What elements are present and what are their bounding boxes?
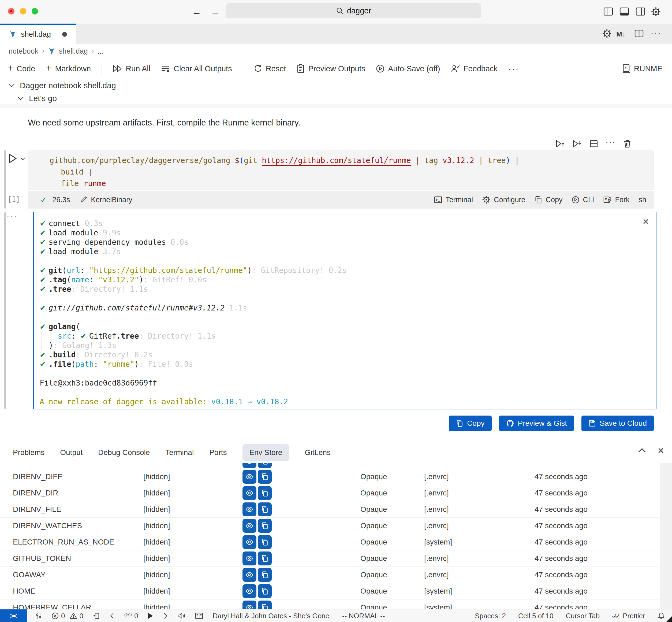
- feedback-button[interactable]: Feedback: [451, 64, 497, 73]
- navigate-back-icon[interactable]: [109, 612, 115, 619]
- output-collapse-icon[interactable]: ···: [6, 211, 18, 221]
- tab-shell-dag[interactable]: shell.dag: [0, 24, 76, 44]
- execute-above-icon[interactable]: [555, 139, 565, 148]
- panel-tab-output[interactable]: Output: [60, 448, 82, 457]
- settings-gear-icon[interactable]: [651, 7, 661, 16]
- reveal-value-button[interactable]: [242, 486, 256, 500]
- split-cell-icon[interactable]: [589, 139, 598, 148]
- markdown-preview-icon[interactable]: M↓: [616, 30, 626, 38]
- problems-errors[interactable]: 0 0: [51, 612, 83, 620]
- reveal-value-button[interactable]: [242, 535, 256, 549]
- reveal-value-button[interactable]: [242, 470, 256, 484]
- close-output-icon[interactable]: ×: [643, 216, 649, 227]
- table-scrollbar[interactable]: [660, 463, 672, 609]
- now-playing-track[interactable]: Daryl Hall & John Oates - She's Gone: [213, 612, 329, 620]
- preview-outputs-button[interactable]: Preview Outputs: [297, 64, 365, 73]
- copy-output-button[interactable]: Copy: [449, 416, 491, 431]
- cell-position[interactable]: Cell 5 of 10: [518, 612, 554, 620]
- toggle-primary-sidebar-icon[interactable]: [603, 7, 613, 16]
- clear-all-outputs-button[interactable]: Clear All Outputs: [161, 64, 232, 73]
- split-editor-icon[interactable]: [634, 29, 644, 38]
- panel-tab-debug-console[interactable]: Debug Console: [98, 448, 150, 457]
- navigate-forward-icon[interactable]: [163, 612, 169, 619]
- remote-indicator[interactable]: ><: [0, 610, 27, 622]
- copy-value-button[interactable]: [258, 535, 272, 549]
- panel-tab-gitlens[interactable]: GitLens: [305, 448, 331, 457]
- autosave-toggle-button[interactable]: Auto-Save (off): [376, 64, 440, 73]
- copy-value-button[interactable]: [258, 463, 272, 468]
- save-to-cloud-button[interactable]: Save to Cloud: [582, 416, 654, 431]
- forward-icon[interactable]: →: [211, 0, 220, 24]
- output-line: ✔ git(url: "https://github.com/stateful/…: [40, 266, 656, 275]
- copy-value-button[interactable]: [258, 568, 272, 582]
- play-track-icon[interactable]: [147, 612, 153, 619]
- panel-tab-terminal[interactable]: Terminal: [165, 448, 194, 457]
- indentation-setting[interactable]: Spaces: 2: [475, 612, 506, 620]
- toolbar-more-actions[interactable]: ···: [508, 64, 519, 74]
- modified-dot-icon[interactable]: [62, 32, 67, 37]
- editor-more-actions-icon[interactable]: ···: [650, 28, 661, 38]
- back-icon[interactable]: ←: [192, 0, 201, 24]
- reveal-value-button[interactable]: [242, 519, 256, 533]
- run-cell-button[interactable]: [7, 153, 18, 164]
- copy-value-button[interactable]: [258, 519, 272, 533]
- configure-button[interactable]: Configure: [482, 196, 525, 204]
- vim-mode[interactable]: -- NORMAL --: [342, 612, 385, 620]
- terminal-button[interactable]: Terminal: [434, 196, 473, 204]
- zoom-window-button[interactable]: [32, 8, 38, 14]
- toggle-panel-icon[interactable]: [620, 7, 629, 16]
- reveal-value-button[interactable]: [242, 463, 256, 468]
- forwarded-ports[interactable]: 0: [124, 612, 138, 620]
- panel-maximize-chevron-icon[interactable]: [637, 447, 646, 454]
- breadcrumb-cell[interactable]: ...: [98, 47, 104, 56]
- run-options-chevron-icon[interactable]: [20, 157, 26, 161]
- copy-cell-button[interactable]: Copy: [534, 196, 562, 204]
- add-code-cell-button[interactable]: +Code: [7, 64, 35, 73]
- reveal-value-button[interactable]: [242, 568, 256, 582]
- notifications-bell-icon[interactable]: [658, 612, 665, 620]
- cell-more-actions-icon[interactable]: ···: [605, 137, 616, 147]
- copy-value-button[interactable]: [258, 503, 272, 516]
- run-all-button[interactable]: Run All: [113, 64, 150, 73]
- breadcrumb-folder[interactable]: notebook: [8, 47, 38, 56]
- subsection-header[interactable]: Let's go: [0, 92, 672, 105]
- breadcrumb-file[interactable]: shell.dag: [59, 47, 88, 56]
- add-markdown-cell-button[interactable]: +Markdown: [46, 64, 91, 73]
- panel-close-icon[interactable]: ×: [658, 447, 664, 454]
- cursor-tab-setting[interactable]: Cursor Tab: [566, 612, 600, 620]
- close-window-button[interactable]: [8, 8, 14, 14]
- cli-button[interactable]: CLI: [571, 196, 594, 204]
- cell-name-button[interactable]: KernelBinary: [80, 196, 133, 204]
- copy-value-button[interactable]: [258, 600, 272, 609]
- reveal-value-button[interactable]: [242, 503, 256, 516]
- tweaks-icon[interactable]: [35, 612, 42, 620]
- command-center-search[interactable]: dagger: [226, 3, 481, 18]
- preview-gist-button[interactable]: Preview & Gist: [499, 416, 574, 431]
- runme-button[interactable]: RUNME: [622, 64, 662, 73]
- code-cell[interactable]: github.com/purpleclay/daggerverse/golang…: [28, 150, 654, 190]
- volume-icon[interactable]: [178, 612, 186, 620]
- panel-tab-env-store[interactable]: Env Store: [242, 444, 289, 461]
- reset-button[interactable]: Reset: [254, 64, 286, 73]
- delete-cell-icon[interactable]: [623, 139, 632, 148]
- panel-tab-problems[interactable]: Problems: [13, 448, 44, 457]
- cell-language[interactable]: sh: [638, 196, 646, 204]
- panel-tab-ports[interactable]: Ports: [209, 448, 227, 457]
- copy-value-button[interactable]: [258, 552, 272, 565]
- copy-value-button[interactable]: [258, 486, 272, 500]
- env-age: 47 seconds ago: [534, 571, 588, 579]
- toggle-secondary-sidebar-icon[interactable]: [636, 7, 645, 16]
- execute-below-icon[interactable]: [572, 139, 582, 148]
- reveal-value-button[interactable]: [242, 552, 256, 565]
- exit-session-icon[interactable]: [92, 612, 100, 620]
- copy-value-button[interactable]: [258, 470, 272, 484]
- copy-value-button[interactable]: [258, 584, 272, 598]
- prettier-status[interactable]: Prettier: [612, 612, 645, 620]
- reader-icon[interactable]: [195, 612, 203, 620]
- reveal-value-button[interactable]: [242, 600, 256, 609]
- notebook-settings-gear-icon[interactable]: [602, 29, 611, 38]
- minimize-window-button[interactable]: [20, 8, 26, 14]
- section-header[interactable]: Dagger notebook shell.dag: [0, 79, 672, 92]
- reveal-value-button[interactable]: [242, 584, 256, 598]
- fork-button[interactable]: Fork: [603, 196, 629, 204]
